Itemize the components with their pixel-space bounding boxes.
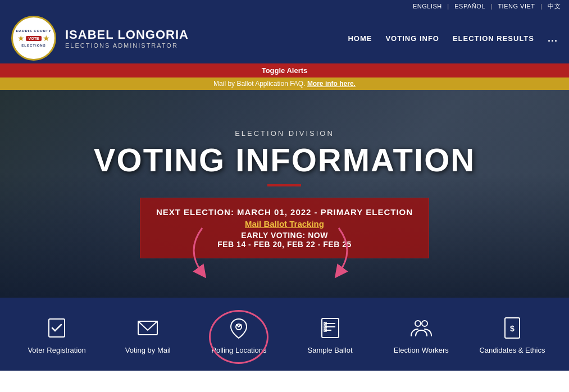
bottom-navigation: Voter Registration Voting by Mail Pollin…	[0, 298, 569, 371]
hero-title: VOTING INFORMATION	[94, 142, 475, 178]
top-language-bar: ENGLISH | ESPAÑOL | TIENG VIET | 中文	[0, 0, 569, 13]
nav-more[interactable]: ...	[548, 33, 558, 44]
arrow-left-decoration	[157, 222, 225, 281]
nav-home[interactable]: HOME	[348, 34, 372, 43]
ballot-icon	[43, 314, 70, 341]
alert-info-bar: Mail by Ballot Application FAQ. More inf…	[0, 78, 569, 90]
voter-registration-label: Voter Registration	[28, 346, 85, 354]
hero-section: ELECTION DIVISION VOTING INFORMATION NEX…	[0, 90, 569, 298]
hero-division-label: ELECTION DIVISION	[94, 129, 475, 138]
sep2: |	[490, 3, 492, 10]
people-icon	[408, 314, 435, 341]
hero-content-block: ELECTION DIVISION VOTING INFORMATION NEX…	[94, 129, 475, 259]
next-election-text: NEXT ELECTION: MARCH 01, 2022 - PRIMARY …	[156, 207, 413, 217]
candidates-ethics-label: Candidates & Ethics	[479, 346, 545, 354]
nav-item-sample-ballot[interactable]: Sample Ballot	[285, 314, 376, 354]
nav-item-voting-by-mail[interactable]: Voting by Mail	[102, 314, 193, 354]
site-logo[interactable]: HARRIS COUNTY ★ VOTE ★ ELECTIONS	[11, 16, 56, 61]
hero-divider	[267, 184, 301, 186]
nav-election-results[interactable]: ELECTION RESULTS	[453, 34, 534, 43]
alert-text: Mail by Ballot Application FAQ.	[213, 80, 305, 88]
svg-point-11	[422, 321, 427, 326]
svg-point-10	[415, 321, 421, 326]
svg-text:$: $	[510, 324, 515, 333]
voting-by-mail-label: Voting by Mail	[125, 346, 171, 354]
nav-item-voter-registration[interactable]: Voter Registration	[11, 314, 102, 354]
nav-voting-info[interactable]: VOTING INFO	[385, 34, 439, 43]
list-icon	[317, 314, 344, 341]
administrator-subtitle: ELECTIONS ADMINISTRATOR	[65, 42, 348, 49]
nav-item-candidates-ethics[interactable]: $ Candidates & Ethics	[467, 314, 558, 354]
alert-link[interactable]: More info here.	[307, 80, 356, 88]
site-header: HARRIS COUNTY ★ VOTE ★ ELECTIONS ISABEL …	[0, 13, 569, 63]
header-title-block: ISABEL LONGORIA ELECTIONS ADMINISTRATOR	[65, 28, 348, 49]
pin-icon	[225, 314, 252, 341]
sep3: |	[540, 3, 542, 10]
lang-chinese[interactable]: 中文	[548, 3, 561, 10]
lang-espanol[interactable]: ESPAÑOL	[454, 3, 485, 10]
lang-tieng-viet[interactable]: TIENG VIET	[498, 3, 535, 10]
nav-item-election-workers[interactable]: Election Workers	[376, 314, 467, 354]
nav-item-polling-locations[interactable]: Polling Locations	[193, 314, 284, 354]
sample-ballot-label: Sample Ballot	[307, 346, 352, 354]
polling-locations-label: Polling Locations	[211, 346, 266, 354]
sep1: |	[447, 3, 449, 10]
administrator-name: ISABEL LONGORIA	[65, 28, 348, 42]
svg-rect-0	[49, 319, 65, 337]
toggle-alerts-bar[interactable]: Toggle Alerts	[0, 63, 569, 78]
document-dollar-icon: $	[499, 314, 526, 341]
election-workers-label: Election Workers	[394, 346, 449, 354]
lang-english[interactable]: ENGLISH	[413, 3, 442, 10]
main-nav: HOME VOTING INFO ELECTION RESULTS ...	[348, 33, 558, 44]
arrow-right-decoration	[316, 222, 384, 281]
mail-icon	[134, 314, 161, 341]
